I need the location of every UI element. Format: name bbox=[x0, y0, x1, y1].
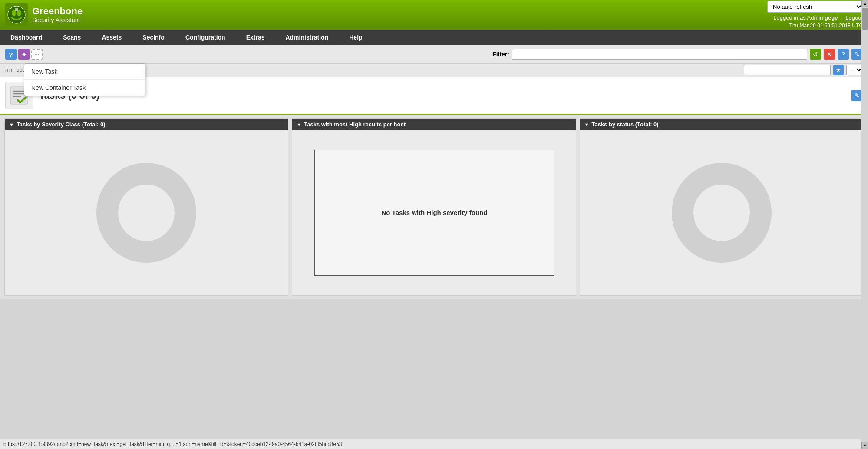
panel-status-header: ▼ Tasks by status (Total: 0) bbox=[580, 119, 863, 130]
panel-severity-title: Tasks by Severity Class (Total: 0) bbox=[17, 121, 106, 128]
filter-name-input[interactable] bbox=[744, 65, 831, 75]
svg-point-9 bbox=[122, 189, 170, 237]
bar-chart-inner: No Tasks with High severity found bbox=[314, 150, 554, 276]
logo-text: Greenbone Security Assistant bbox=[32, 6, 83, 23]
filter-right-controls: ★ -- bbox=[744, 65, 863, 75]
scrollbar-right: ▲ ▼ bbox=[861, 0, 868, 449]
filter-refresh-button[interactable]: ↺ bbox=[810, 49, 821, 60]
nav-extras[interactable]: Extras bbox=[236, 30, 275, 45]
scroll-down-arrow[interactable]: ▼ bbox=[861, 442, 868, 449]
logout-link[interactable]: Logout bbox=[845, 14, 863, 21]
nav-secinfo[interactable]: SecInfo bbox=[132, 30, 175, 45]
help-button[interactable]: ? bbox=[5, 49, 17, 60]
filter-help-button[interactable]: ? bbox=[838, 49, 849, 60]
donut-status bbox=[670, 161, 774, 265]
nav-help[interactable]: Help bbox=[339, 30, 373, 45]
panel-status-toggle[interactable]: ▼ bbox=[584, 122, 589, 127]
svg-point-3 bbox=[15, 8, 18, 11]
header: Greenbone Security Assistant No auto-ref… bbox=[0, 0, 868, 30]
datetime: Thu Mar 29 01:59:51 2018 UTC bbox=[789, 23, 863, 29]
user-label: Logged in as Admin bbox=[773, 14, 823, 21]
panel-high-results: ▼ Tasks with most High results per host … bbox=[292, 118, 576, 296]
panel-status-body bbox=[580, 130, 863, 295]
statusbar: https://127.0.0.1:9392/omp?cmd=new_task&… bbox=[0, 439, 868, 449]
nav-administration[interactable]: Administration bbox=[275, 30, 339, 45]
auto-refresh-select[interactable]: No auto-refresh bbox=[767, 1, 863, 13]
filter-label: Filter: bbox=[492, 51, 509, 58]
wizard-button[interactable]: ✦ bbox=[18, 49, 30, 60]
nav-dashboard[interactable]: Dashboard bbox=[0, 30, 53, 45]
svg-point-11 bbox=[698, 189, 746, 237]
nav-configuration[interactable]: Configuration bbox=[175, 30, 236, 45]
filter-select[interactable]: -- bbox=[846, 65, 863, 75]
dashboard: ▼ Tasks by Severity Class (Total: 0) ▼ T… bbox=[0, 115, 868, 299]
panel-severity: ▼ Tasks by Severity Class (Total: 0) bbox=[4, 118, 288, 296]
filter-input[interactable] bbox=[512, 49, 807, 60]
logo-icon bbox=[5, 3, 28, 26]
panel-high-toggle[interactable]: ▼ bbox=[297, 122, 301, 127]
panel-severity-body bbox=[5, 130, 288, 295]
filter-area: Filter: ↺ ✕ ? ✎ bbox=[492, 49, 863, 60]
filter-clear-button[interactable]: ✕ bbox=[824, 49, 835, 60]
nav-scans[interactable]: Scans bbox=[53, 30, 91, 45]
toolbar: ? ✦ ··· New Task New Container Task Filt… bbox=[0, 45, 868, 64]
panel-severity-toggle[interactable]: ▼ bbox=[9, 122, 14, 127]
nav: Dashboard Scans Assets SecInfo Configura… bbox=[0, 30, 868, 45]
panel-high-body: No Tasks with High severity found bbox=[292, 130, 575, 295]
no-data-label: No Tasks with High severity found bbox=[382, 209, 488, 216]
header-right: No auto-refresh Logged in as Admin gege … bbox=[767, 1, 863, 29]
panel-status: ▼ Tasks by status (Total: 0) bbox=[580, 118, 864, 296]
panel-high-results-header: ▼ Tasks with most High results per host bbox=[292, 119, 575, 130]
logo-area: Greenbone Security Assistant bbox=[5, 3, 83, 26]
app-name: Greenbone bbox=[32, 6, 83, 17]
new-container-task-item[interactable]: New Container Task bbox=[24, 80, 145, 96]
username: gege bbox=[825, 14, 838, 21]
save-filter-button[interactable]: ★ bbox=[833, 65, 844, 75]
scroll-thumb[interactable] bbox=[862, 8, 868, 30]
user-info: Logged in as Admin gege | Logout bbox=[773, 14, 863, 21]
nav-assets[interactable]: Assets bbox=[91, 30, 132, 45]
bar-chart-area: No Tasks with High severity found bbox=[314, 150, 554, 276]
panel-high-title: Tasks with most High results per host bbox=[304, 121, 406, 128]
new-task-button[interactable]: ··· bbox=[31, 49, 43, 60]
scroll-up-arrow[interactable]: ▲ bbox=[861, 0, 868, 7]
task-dropdown: New Task New Container Task bbox=[24, 63, 145, 96]
panel-status-title: Tasks by status (Total: 0) bbox=[592, 121, 659, 128]
panel-severity-header: ▼ Tasks by Severity Class (Total: 0) bbox=[5, 119, 288, 130]
new-task-item[interactable]: New Task bbox=[24, 64, 145, 79]
app-subtitle: Security Assistant bbox=[32, 17, 83, 23]
donut-severity bbox=[94, 161, 198, 265]
status-url: https://127.0.0.1:9392/omp?cmd=new_task&… bbox=[3, 441, 342, 447]
